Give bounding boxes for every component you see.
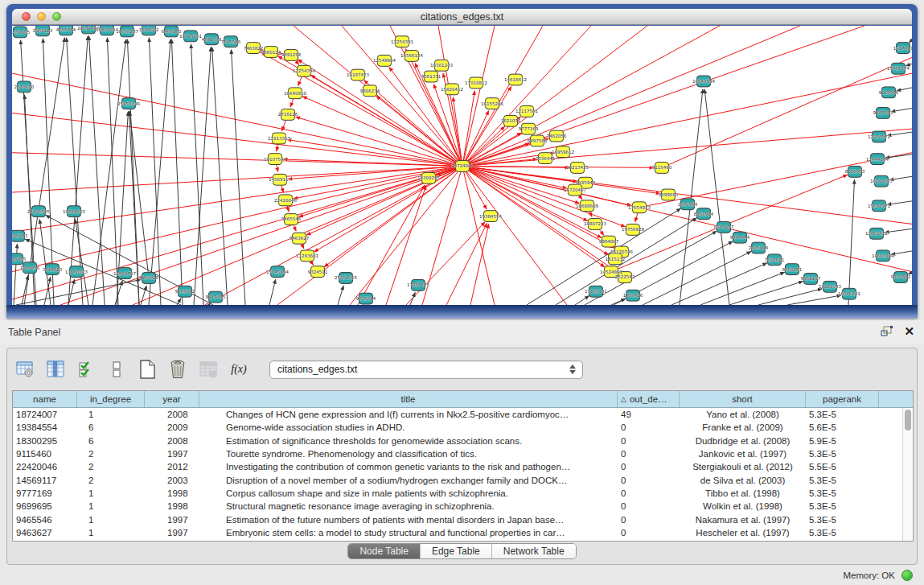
column-header-out-de-[interactable]: △out_de… [618, 391, 680, 407]
network-window-titlebar[interactable]: citations_edges.txt [12, 9, 912, 25]
column-header-title[interactable]: title [199, 391, 618, 407]
column-header-label: in_degree [90, 394, 131, 404]
table-panel: f(x) citations_edges.txt namein_degreeye… [6, 348, 918, 565]
graph-edge-black[interactable] [89, 36, 105, 305]
row-chooser-button[interactable] [105, 358, 128, 381]
graph-edge-black[interactable] [269, 279, 276, 305]
graph-edge-red[interactable] [438, 26, 462, 166]
window-title: citations_edges.txt [12, 11, 912, 23]
table-row[interactable]: 969969511998Structural magnetic resonanc… [13, 500, 913, 513]
graph-edge-black[interactable] [149, 38, 161, 305]
column-header-year[interactable]: year [145, 391, 199, 407]
graph-edge-black[interactable] [39, 219, 51, 305]
table-row[interactable]: 2242004622012Investigating the contribut… [13, 460, 913, 473]
graph-edge-black[interactable] [885, 229, 912, 233]
column-header-name[interactable]: name [13, 391, 77, 407]
graph-edge-black[interactable] [889, 176, 912, 179]
graph-edge-black[interactable] [891, 109, 912, 112]
tab-network-table[interactable]: Network Table [492, 544, 576, 558]
graph-edge-black[interactable] [643, 251, 751, 305]
graph-edge-black[interactable] [410, 293, 415, 305]
graph-edge-red[interactable] [462, 111, 489, 167]
graph-edge-black[interactable] [909, 40, 912, 43]
network-graph[interactable]: 1872400718510652060123435572420691406184… [12, 26, 912, 305]
graph-edge-red[interactable] [302, 97, 462, 167]
table-row[interactable]: 977716911998Corpus callosum shape and si… [13, 487, 913, 500]
select-checklist-button[interactable] [75, 358, 97, 381]
float-panel-icon[interactable] [881, 326, 893, 337]
graph-node-label: 1999456 [20, 266, 40, 270]
graph-edge-red[interactable] [296, 117, 462, 166]
graph-edge-black[interactable] [107, 38, 118, 305]
graph-edge-black[interactable] [191, 44, 203, 305]
column-chooser-button[interactable] [44, 358, 67, 381]
graph-edge-red[interactable] [462, 26, 720, 166]
graph-edge-red[interactable] [446, 223, 487, 305]
graph-node-label: 18301243 [430, 63, 453, 68]
graph-edge-red[interactable] [311, 75, 462, 166]
graph-node-label: 2935114 [749, 245, 769, 250]
cell-year: 2008 [145, 436, 199, 446]
graph-edge-black[interactable] [212, 47, 228, 305]
cell-year: 2009 [145, 422, 199, 432]
function-builder-button[interactable]: f(x) [228, 358, 250, 381]
graph-edge-black[interactable] [787, 295, 841, 305]
cell-out-de-: 0 [618, 501, 680, 511]
graph-edge-black[interactable] [908, 273, 912, 274]
graph-node-label: 1615132 [606, 257, 625, 262]
graph-edge-black[interactable] [897, 88, 912, 91]
cell-out-de-: 0 [618, 488, 680, 498]
table-select-combobox[interactable]: citations_edges.txt [269, 360, 583, 379]
graph-edge-black[interactable] [848, 179, 855, 305]
graph-edge-red[interactable] [462, 26, 800, 166]
graph-edge-black[interactable] [171, 39, 183, 305]
graph-edge-black[interactable] [149, 39, 170, 305]
table-row[interactable]: 946554611997Estimation of the future num… [13, 513, 913, 525]
graph-node-label: 12213363 [268, 136, 290, 141]
graph-edge-black[interactable] [67, 38, 83, 305]
graph-edge-black[interactable] [887, 132, 912, 135]
tab-edge-table[interactable]: Edge Table [421, 544, 492, 558]
graph-edge-black[interactable] [700, 272, 785, 305]
graph-edge-black[interactable] [194, 47, 211, 305]
graph-edge-black[interactable] [232, 50, 245, 305]
column-header-pagerank[interactable]: pagerank [806, 391, 879, 407]
table-vertical-scrollbar[interactable] [902, 408, 913, 541]
graph-edge-black[interactable] [729, 282, 803, 305]
cell-pagerank: 5.3E-5 [806, 476, 879, 485]
graph-edge-red[interactable] [294, 26, 462, 166]
cell-name: 9777169 [13, 488, 77, 498]
graph-edge-black[interactable] [885, 154, 912, 159]
trash-button[interactable] [166, 358, 189, 381]
column-header-in-degree[interactable]: in_degree [77, 391, 145, 407]
scrollbar-thumb[interactable] [905, 410, 911, 431]
table-row[interactable]: 1456911722003Disruption of a novel membe… [13, 473, 913, 486]
graph-edge-red[interactable] [470, 224, 489, 305]
network-canvas[interactable]: 1872400718510652060123435572420691406184… [12, 26, 912, 305]
graph-edge-black[interactable] [129, 111, 149, 278]
table-settings-button[interactable] [14, 358, 36, 381]
cell-name: 9699695 [13, 501, 77, 511]
tab-node-table[interactable]: Node Table [348, 544, 421, 558]
graph-edge-black[interactable] [338, 286, 343, 305]
table-row[interactable]: 1830029562008Estimation of significance … [13, 435, 913, 447]
fx-icon: f(x) [231, 363, 246, 376]
graph-node-label: 9891298 [281, 52, 302, 57]
table-row[interactable]: 1872400712008Changes of HCN gene express… [13, 408, 913, 421]
new-file-button[interactable] [136, 358, 158, 381]
table-row[interactable]: 1938455462009Genome-wide association stu… [13, 421, 913, 434]
graph-edge-red[interactable] [314, 166, 462, 251]
graph-edge-red[interactable] [462, 166, 912, 224]
close-panel-icon[interactable]: ✕ [904, 326, 914, 337]
table-row[interactable]: 911546021997Tourette syndrome. Phenomeno… [13, 447, 913, 460]
graph-node-label: 1017427 [893, 46, 912, 51]
graph-edge-black[interactable] [887, 201, 912, 204]
graph-edge-red[interactable] [462, 26, 591, 166]
graph-edge-black[interactable] [758, 289, 822, 305]
graph-node-label: 7515526 [221, 39, 241, 44]
table-row[interactable]: 946362711997Embryonic stem cells: a mode… [13, 526, 913, 539]
graph-edge-red[interactable] [12, 166, 462, 232]
column-header-short[interactable]: short [680, 391, 806, 407]
graph-node-label: 18724007 [451, 163, 474, 168]
graph-edge-black[interactable] [611, 299, 626, 305]
